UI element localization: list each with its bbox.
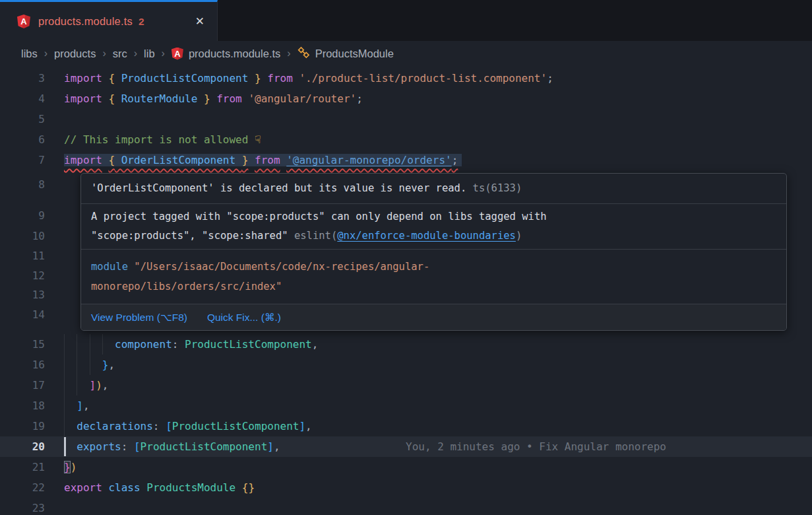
code-token: ProductListComponent	[141, 440, 268, 453]
line-number: 6	[0, 133, 45, 146]
eslint-rule-link[interactable]: @nx/enforce-module-boundaries	[337, 230, 516, 242]
code-text: export class ProductsModule {}	[64, 477, 255, 498]
code-token: ;	[547, 72, 553, 85]
code-token: from	[255, 154, 280, 166]
code-line-22[interactable]: 22export class ProductsModule {}	[0, 477, 812, 498]
error-line-span: import { OrderListComponent } from '@ang…	[64, 154, 462, 166]
indent-guide	[90, 334, 90, 355]
line-number: 8	[0, 174, 45, 195]
line-number: 5	[0, 113, 45, 125]
hover-text: monorepo/libs/orders/src/index"	[91, 281, 282, 292]
code-token: ☟	[255, 133, 261, 146]
breadcrumb-separator: ›	[162, 48, 165, 59]
view-problem-button[interactable]: View Problem (⌥F8)	[91, 312, 187, 324]
code-text: },	[64, 355, 115, 375]
code-text: })	[64, 457, 77, 477]
line-number: 21	[0, 461, 45, 473]
code-token: ]	[77, 399, 83, 412]
code-token: ,	[274, 440, 280, 453]
breadcrumb-item-products-module-ts[interactable]: Aproducts.module.ts	[172, 48, 280, 60]
indent-guide	[64, 416, 65, 436]
code-token: }	[102, 359, 109, 371]
indent-guide	[64, 375, 65, 395]
code-text: ]),	[64, 375, 108, 395]
hover-diagnostic-section: A project tagged with "scope:products" c…	[81, 204, 786, 250]
line-number: 20	[0, 440, 45, 453]
breadcrumb-separator: ›	[102, 48, 106, 59]
breadcrumb-item-productsmodule[interactable]: ProductsModule	[297, 46, 394, 61]
code-token: {	[108, 72, 115, 85]
code-token: '@angular-monorepo/orders'	[286, 154, 451, 166]
code-token: export	[64, 481, 102, 494]
code-token: import	[64, 72, 102, 85]
code-token: {	[108, 154, 115, 166]
hover-module-path-section: module "/Users/isaac/Documents/code/nx-r…	[81, 250, 786, 304]
line-number: 3	[0, 72, 45, 85]
code-token: ,	[108, 359, 115, 371]
hover-action-bar: View Problem (⌥F8)Quick Fix... (⌘.)	[81, 304, 786, 330]
line-number: 13	[0, 285, 45, 305]
hover-text-line: module "/Users/isaac/Documents/code/nx-r…	[91, 257, 776, 277]
code-token: }	[242, 154, 249, 166]
indent-guide	[64, 355, 65, 375]
code-token: ,	[102, 379, 109, 392]
code-line-3[interactable]: 3import { ProductListComponent } from '.…	[0, 68, 812, 88]
code-text: import { ProductListComponent } from './…	[64, 68, 553, 88]
line-number: 14	[0, 304, 45, 325]
tab-products-module[interactable]: A products.module.ts 2 ✕	[0, 0, 218, 41]
code-line-7[interactable]: 7import { OrderListComponent } from '@an…	[0, 150, 812, 170]
line-number: 23	[0, 502, 45, 514]
indent-guide	[77, 375, 77, 395]
code-line-6[interactable]: 6// This import is not allowed ☟	[0, 129, 812, 150]
breadcrumb-item-products[interactable]: products	[54, 48, 96, 60]
breadcrumb-item-libs[interactable]: libs	[21, 48, 38, 60]
code-text: declarations: [ProductListComponent],	[64, 416, 312, 436]
code-line-19[interactable]: 19 declarations: [ProductListComponent],	[0, 416, 812, 436]
code-token	[235, 481, 242, 494]
breadcrumb-label: src	[113, 48, 127, 60]
code-token: :	[172, 338, 185, 351]
indent-guide	[77, 334, 77, 355]
code-text: exports: [ProductListComponent],	[64, 436, 280, 457]
code-token	[242, 92, 249, 105]
code-token: component	[115, 338, 172, 351]
class-icon	[297, 46, 310, 61]
code-line-15[interactable]: 15 component: ProductListComponent,	[0, 334, 812, 355]
breadcrumb-label: libs	[21, 48, 38, 60]
code-line-18[interactable]: 18 ],	[0, 395, 812, 416]
tab-problem-badge: 2	[139, 16, 144, 28]
code-token: [	[134, 440, 141, 453]
code-token	[261, 72, 268, 85]
line-number: 18	[0, 399, 45, 412]
breadcrumb-item-lib[interactable]: lib	[144, 48, 155, 60]
breadcrumb-separator: ›	[287, 48, 290, 59]
hover-text: eslint(	[294, 230, 337, 242]
code-token	[141, 481, 147, 494]
code-token: ProductListComponent	[172, 420, 299, 432]
line-number: 16	[0, 359, 45, 371]
tab-title: products.module.ts	[38, 15, 133, 28]
code-token: ]	[299, 420, 305, 432]
code-token: ;	[356, 92, 363, 105]
code-token: ProductListComponent	[185, 338, 312, 351]
code-editor[interactable]: 3import { ProductListComponent } from '.…	[0, 66, 812, 515]
hover-text-line: monorepo/libs/orders/src/index"	[91, 277, 776, 296]
code-line-20[interactable]: 20 exports: [ProductListComponent],You, …	[0, 436, 812, 457]
code-line-17[interactable]: 17 ]),	[0, 375, 812, 395]
code-token	[102, 72, 109, 85]
close-icon[interactable]: ✕	[192, 14, 208, 29]
breadcrumb-label: products.module.ts	[189, 48, 280, 60]
code-token: ,	[83, 399, 90, 412]
indent-guide	[64, 334, 65, 355]
breadcrumb-item-src[interactable]: src	[113, 48, 127, 60]
code-token: '@angular/router'	[248, 92, 356, 105]
code-line-4[interactable]: 4import { RouterModule } from '@angular/…	[0, 88, 812, 109]
code-line-23[interactable]: 23	[0, 498, 812, 515]
code-line-21[interactable]: 21})	[0, 457, 812, 477]
quick-fix-button[interactable]: Quick Fix... (⌘.)	[207, 312, 281, 324]
code-line-16[interactable]: 16 },	[0, 355, 812, 375]
angular-icon: A	[17, 15, 30, 28]
code-line-5[interactable]: 5	[0, 109, 812, 129]
hover-text: A project tagged with "scope:products" c…	[91, 211, 547, 223]
code-token: :	[121, 440, 134, 453]
